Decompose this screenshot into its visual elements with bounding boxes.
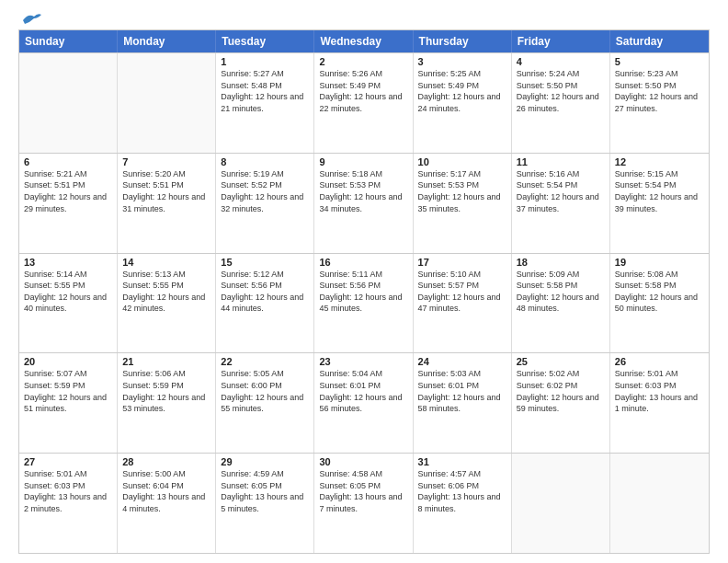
- day-number: 28: [122, 456, 210, 467]
- logo-bird-icon: [21, 11, 41, 28]
- day-info: Sunrise: 4:57 AMSunset: 6:06 PMDaylight:…: [418, 468, 506, 514]
- day-info: Sunrise: 5:00 AMSunset: 6:04 PMDaylight:…: [122, 468, 210, 514]
- calendar-cell: 12Sunrise: 5:15 AMSunset: 5:54 PMDayligh…: [610, 154, 709, 253]
- day-number: 7: [122, 156, 210, 167]
- header: [18, 15, 710, 24]
- day-info: Sunrise: 5:07 AMSunset: 5:59 PMDaylight:…: [24, 368, 112, 414]
- calendar-cell: 11Sunrise: 5:16 AMSunset: 5:54 PMDayligh…: [512, 154, 610, 253]
- logo: [18, 15, 41, 24]
- calendar-header-monday: Monday: [118, 30, 216, 52]
- day-info: Sunrise: 5:02 AMSunset: 6:02 PMDaylight:…: [517, 368, 605, 414]
- day-info: Sunrise: 5:20 AMSunset: 5:51 PMDaylight:…: [122, 168, 210, 214]
- calendar-header-wednesday: Wednesday: [314, 30, 413, 52]
- calendar-header-friday: Friday: [512, 30, 610, 52]
- calendar-header-sunday: Sunday: [19, 30, 118, 52]
- day-number: 26: [615, 356, 704, 367]
- calendar: SundayMondayTuesdayWednesdayThursdayFrid…: [18, 29, 710, 554]
- calendar-cell: 4Sunrise: 5:24 AMSunset: 5:50 PMDaylight…: [512, 53, 610, 153]
- calendar-cell: [610, 454, 709, 553]
- calendar-cell: 22Sunrise: 5:05 AMSunset: 6:00 PMDayligh…: [216, 353, 314, 453]
- day-info: Sunrise: 5:03 AMSunset: 6:01 PMDaylight:…: [418, 368, 506, 414]
- day-info: Sunrise: 5:27 AMSunset: 5:48 PMDaylight:…: [221, 68, 309, 114]
- calendar-header: SundayMondayTuesdayWednesdayThursdayFrid…: [19, 30, 709, 52]
- calendar-cell: 2Sunrise: 5:26 AMSunset: 5:49 PMDaylight…: [314, 53, 413, 153]
- day-info: Sunrise: 5:23 AMSunset: 5:50 PMDaylight:…: [615, 68, 704, 114]
- day-info: Sunrise: 5:18 AMSunset: 5:53 PMDaylight:…: [319, 168, 407, 214]
- calendar-cell: 29Sunrise: 4:59 AMSunset: 6:05 PMDayligh…: [216, 454, 314, 553]
- calendar-week-5: 27Sunrise: 5:01 AMSunset: 6:03 PMDayligh…: [19, 453, 709, 553]
- day-number: 12: [615, 156, 704, 167]
- calendar-cell: 17Sunrise: 5:10 AMSunset: 5:57 PMDayligh…: [414, 254, 512, 353]
- day-info: Sunrise: 5:04 AMSunset: 6:01 PMDaylight:…: [319, 368, 407, 414]
- day-number: 18: [517, 257, 605, 268]
- calendar-cell: 27Sunrise: 5:01 AMSunset: 6:03 PMDayligh…: [19, 454, 118, 553]
- day-number: 31: [418, 456, 506, 467]
- day-info: Sunrise: 5:01 AMSunset: 6:03 PMDaylight:…: [615, 368, 704, 414]
- day-info: Sunrise: 5:13 AMSunset: 5:55 PMDaylight:…: [122, 269, 210, 315]
- calendar-cell: [118, 53, 216, 153]
- day-number: 14: [122, 257, 210, 268]
- calendar-cell: 9Sunrise: 5:18 AMSunset: 5:53 PMDaylight…: [314, 154, 413, 253]
- calendar-cell: 25Sunrise: 5:02 AMSunset: 6:02 PMDayligh…: [512, 353, 610, 453]
- calendar-cell: 15Sunrise: 5:12 AMSunset: 5:56 PMDayligh…: [216, 254, 314, 353]
- day-number: 10: [418, 156, 506, 167]
- calendar-week-4: 20Sunrise: 5:07 AMSunset: 5:59 PMDayligh…: [19, 352, 709, 453]
- calendar-cell: 20Sunrise: 5:07 AMSunset: 5:59 PMDayligh…: [19, 353, 118, 453]
- calendar-cell: 1Sunrise: 5:27 AMSunset: 5:48 PMDaylight…: [216, 53, 314, 153]
- day-number: 5: [615, 56, 704, 67]
- day-number: 4: [517, 56, 605, 67]
- day-number: 21: [122, 356, 210, 367]
- day-number: 30: [319, 456, 407, 467]
- calendar-week-1: 1Sunrise: 5:27 AMSunset: 5:48 PMDaylight…: [19, 52, 709, 153]
- calendar-header-saturday: Saturday: [610, 30, 709, 52]
- day-number: 16: [319, 257, 407, 268]
- day-number: 11: [517, 156, 605, 167]
- day-info: Sunrise: 4:58 AMSunset: 6:05 PMDaylight:…: [319, 468, 407, 514]
- calendar-header-tuesday: Tuesday: [216, 30, 314, 52]
- day-info: Sunrise: 5:16 AMSunset: 5:54 PMDaylight:…: [517, 168, 605, 214]
- calendar-cell: 7Sunrise: 5:20 AMSunset: 5:51 PMDaylight…: [118, 154, 216, 253]
- calendar-week-3: 13Sunrise: 5:14 AMSunset: 5:55 PMDayligh…: [19, 253, 709, 353]
- day-number: 19: [615, 257, 704, 268]
- calendar-cell: 24Sunrise: 5:03 AMSunset: 6:01 PMDayligh…: [414, 353, 512, 453]
- day-info: Sunrise: 4:59 AMSunset: 6:05 PMDaylight:…: [221, 468, 309, 514]
- day-info: Sunrise: 5:11 AMSunset: 5:56 PMDaylight:…: [319, 269, 407, 315]
- calendar-header-thursday: Thursday: [414, 30, 512, 52]
- day-info: Sunrise: 5:12 AMSunset: 5:56 PMDaylight:…: [221, 269, 309, 315]
- day-info: Sunrise: 5:01 AMSunset: 6:03 PMDaylight:…: [24, 468, 112, 514]
- day-number: 6: [24, 156, 112, 167]
- calendar-cell: 30Sunrise: 4:58 AMSunset: 6:05 PMDayligh…: [314, 454, 413, 553]
- day-info: Sunrise: 5:09 AMSunset: 5:58 PMDaylight:…: [517, 269, 605, 315]
- calendar-week-2: 6Sunrise: 5:21 AMSunset: 5:51 PMDaylight…: [19, 153, 709, 253]
- day-number: 24: [418, 356, 506, 367]
- calendar-cell: 6Sunrise: 5:21 AMSunset: 5:51 PMDaylight…: [19, 154, 118, 253]
- calendar-cell: 3Sunrise: 5:25 AMSunset: 5:49 PMDaylight…: [414, 53, 512, 153]
- day-number: 1: [221, 56, 309, 67]
- day-number: 2: [319, 56, 407, 67]
- calendar-cell: 31Sunrise: 4:57 AMSunset: 6:06 PMDayligh…: [414, 454, 512, 553]
- calendar-cell: 16Sunrise: 5:11 AMSunset: 5:56 PMDayligh…: [314, 254, 413, 353]
- day-number: 20: [24, 356, 112, 367]
- calendar-cell: [512, 454, 610, 553]
- calendar-body: 1Sunrise: 5:27 AMSunset: 5:48 PMDaylight…: [19, 52, 709, 553]
- day-number: 23: [319, 356, 407, 367]
- day-info: Sunrise: 5:17 AMSunset: 5:53 PMDaylight:…: [418, 168, 506, 214]
- day-info: Sunrise: 5:05 AMSunset: 6:00 PMDaylight:…: [221, 368, 309, 414]
- day-number: 17: [418, 257, 506, 268]
- day-info: Sunrise: 5:06 AMSunset: 5:59 PMDaylight:…: [122, 368, 210, 414]
- day-number: 8: [221, 156, 309, 167]
- day-number: 9: [319, 156, 407, 167]
- day-info: Sunrise: 5:08 AMSunset: 5:58 PMDaylight:…: [615, 269, 704, 315]
- calendar-cell: 14Sunrise: 5:13 AMSunset: 5:55 PMDayligh…: [118, 254, 216, 353]
- calendar-cell: 18Sunrise: 5:09 AMSunset: 5:58 PMDayligh…: [512, 254, 610, 353]
- day-number: 13: [24, 257, 112, 268]
- day-info: Sunrise: 5:15 AMSunset: 5:54 PMDaylight:…: [615, 168, 704, 214]
- calendar-cell: 5Sunrise: 5:23 AMSunset: 5:50 PMDaylight…: [610, 53, 709, 153]
- day-info: Sunrise: 5:14 AMSunset: 5:55 PMDaylight:…: [24, 269, 112, 315]
- calendar-cell: 10Sunrise: 5:17 AMSunset: 5:53 PMDayligh…: [414, 154, 512, 253]
- calendar-cell: 21Sunrise: 5:06 AMSunset: 5:59 PMDayligh…: [118, 353, 216, 453]
- day-number: 15: [221, 257, 309, 268]
- day-number: 22: [221, 356, 309, 367]
- day-info: Sunrise: 5:21 AMSunset: 5:51 PMDaylight:…: [24, 168, 112, 214]
- calendar-cell: 28Sunrise: 5:00 AMSunset: 6:04 PMDayligh…: [118, 454, 216, 553]
